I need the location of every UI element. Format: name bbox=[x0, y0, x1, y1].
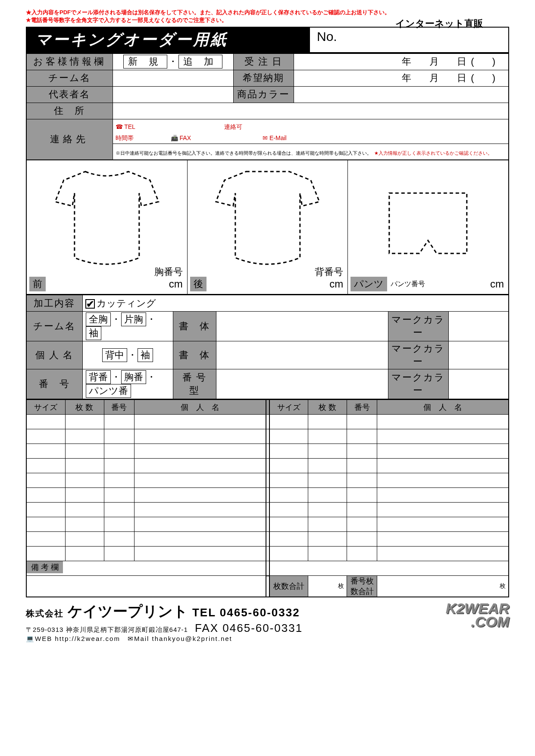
rep-label: 代表者名 bbox=[26, 86, 113, 103]
table-row[interactable] bbox=[26, 517, 509, 532]
markcolor-field-1[interactable] bbox=[448, 312, 509, 341]
chest-num-label: 胸番号 bbox=[154, 266, 183, 278]
email-icon: ✉ E-Mail bbox=[263, 134, 287, 141]
proc-number-label: 番 号 bbox=[26, 369, 82, 400]
proc-person-label: 個 人 名 bbox=[26, 341, 82, 369]
checkbox-icon[interactable]: ✔ bbox=[85, 299, 95, 309]
color-field[interactable] bbox=[294, 86, 509, 103]
numtype-label: 番 号 型 bbox=[173, 369, 216, 400]
markcolor-field-2[interactable] bbox=[448, 341, 509, 369]
form-title: マーキングオーダー用紙 bbox=[27, 28, 310, 52]
back-num-label: 背番号 bbox=[315, 266, 343, 278]
channel-label: インターネット直販 bbox=[395, 17, 483, 30]
due-label: 希望納期 bbox=[233, 70, 294, 86]
memo-cell-1[interactable]: 備 考 欄 bbox=[26, 561, 266, 576]
pants-tag: パンツ bbox=[350, 277, 387, 291]
col-name-2: 個 人 名 bbox=[377, 400, 509, 415]
pants-num-label: パンツ番号 bbox=[391, 280, 425, 289]
col-qty-2: 枚 数 bbox=[308, 400, 347, 415]
style-label-1: 書 体 bbox=[173, 312, 216, 341]
markcolor-label-2: マークカラー bbox=[388, 341, 448, 369]
total-num-label: 番号枚数合計 bbox=[347, 576, 377, 597]
table-row[interactable] bbox=[26, 429, 509, 444]
team-field[interactable] bbox=[113, 70, 233, 86]
front-cm-field[interactable]: cm bbox=[169, 278, 185, 290]
contact-label: 連絡先 bbox=[26, 119, 113, 160]
company-name: 株式会社 ケイツープリント TEL 0465-60-0332 bbox=[26, 602, 437, 622]
addr-label: 住 所 bbox=[26, 103, 113, 119]
proc-team-label: チーム名 bbox=[26, 312, 82, 341]
style-field-2[interactable] bbox=[216, 341, 388, 369]
markcolor-label-3: マークカラー bbox=[388, 369, 448, 400]
cutting-option[interactable]: ✔カッティング bbox=[82, 295, 509, 312]
markcolor-field-3[interactable] bbox=[448, 369, 509, 400]
back-tag: 後 bbox=[190, 277, 206, 291]
total-num-field[interactable]: 枚 bbox=[377, 576, 509, 597]
new-add-toggle[interactable]: 新 規・追 加 bbox=[113, 53, 233, 70]
customer-info-header: お客様情報欄 bbox=[26, 53, 113, 70]
col-size-2: サイズ bbox=[269, 400, 308, 415]
table-row[interactable] bbox=[26, 459, 509, 473]
back-cm-field[interactable]: cm bbox=[329, 278, 345, 290]
order-date-field[interactable]: 年 月 日( ) bbox=[294, 53, 509, 70]
color-label: 商品カラー bbox=[233, 86, 294, 103]
tel-icon: ☎ TEL bbox=[116, 123, 135, 130]
team-label: チーム名 bbox=[26, 70, 113, 86]
contact-icons-row: ☎ TEL 連絡可 時間帯 📠 FAX ✉ E-Mail bbox=[113, 119, 509, 144]
fax-icon: 📠 FAX bbox=[171, 134, 191, 141]
due-field[interactable]: 年 月 日( ) bbox=[294, 70, 509, 86]
title-bar: マーキングオーダー用紙 No. bbox=[26, 27, 509, 53]
memo-cell-2[interactable] bbox=[269, 561, 509, 576]
col-size-1: サイズ bbox=[26, 400, 65, 415]
order-no-field[interactable]: No. bbox=[310, 28, 508, 52]
col-num-2: 番号 bbox=[347, 400, 377, 415]
numtype-field[interactable] bbox=[216, 369, 388, 400]
web-mail-line: 💻WEB http://k2wear.com ✉Mail thankyou@k2… bbox=[26, 635, 437, 643]
contact-note: ※日中連絡可能なお電話番号を御記入下さい。連絡できる時間帯が限られる場合は、連絡… bbox=[113, 144, 509, 160]
table-row[interactable] bbox=[26, 532, 509, 547]
customer-info-table: お客様情報欄 新 規・追 加 受 注 日 年 月 日( ) チーム名 希望納期 … bbox=[26, 53, 509, 160]
style-label-2: 書 体 bbox=[173, 341, 216, 369]
proc-number-opts[interactable]: 背番・胸番・パンツ番 bbox=[82, 369, 173, 400]
table-row[interactable] bbox=[26, 444, 509, 459]
rep-field[interactable] bbox=[113, 86, 233, 103]
markcolor-label-1: マークカラー bbox=[388, 312, 448, 341]
shirt-front-col: 胸番号 前cm bbox=[27, 160, 188, 294]
pants-cm-field[interactable]: cm bbox=[490, 278, 506, 290]
shirt-back-col: 背番号 後cm bbox=[188, 160, 348, 294]
proc-team-opts[interactable]: 全胸・片胸・袖 bbox=[82, 312, 173, 341]
table-row[interactable] bbox=[26, 415, 509, 429]
col-num-1: 番号 bbox=[104, 400, 134, 415]
proc-title: 加工内容 bbox=[26, 295, 82, 312]
processing-table: 加工内容 ✔カッティング チーム名 全胸・片胸・袖 書 体 マークカラー 個 人… bbox=[26, 295, 509, 400]
table-row[interactable] bbox=[26, 473, 509, 488]
entry-grid: サイズ 枚 数 番号 個 人 名 サイズ 枚 数 番号 個 人 名 備 考 欄 … bbox=[26, 400, 509, 597]
company-address: 〒259-0313 神奈川県足柄下郡湯河原町鍛冶屋647-1 FAX 0465-… bbox=[26, 622, 437, 635]
addr-field[interactable] bbox=[113, 103, 509, 119]
table-row[interactable] bbox=[26, 547, 509, 561]
garment-diagrams: 胸番号 前cm 背番号 後cm パンツパンツ番号cm bbox=[26, 160, 509, 295]
total-qty-field[interactable]: 枚 bbox=[308, 576, 347, 597]
pants-col: パンツパンツ番号cm bbox=[348, 160, 508, 294]
table-row[interactable] bbox=[26, 503, 509, 517]
table-row[interactable] bbox=[26, 488, 509, 503]
footer: 株式会社 ケイツープリント TEL 0465-60-0332 〒259-0313… bbox=[26, 602, 509, 643]
total-qty-label: 枚数合計 bbox=[269, 576, 308, 597]
col-name-1: 個 人 名 bbox=[134, 400, 266, 415]
style-field-1[interactable] bbox=[216, 312, 388, 341]
front-tag: 前 bbox=[29, 277, 46, 291]
col-qty-1: 枚 数 bbox=[65, 400, 104, 415]
proc-person-opts[interactable]: 背中・袖 bbox=[82, 341, 173, 369]
brand-logo: K2WEAR.COM bbox=[446, 602, 509, 628]
order-date-label: 受 注 日 bbox=[233, 53, 294, 70]
